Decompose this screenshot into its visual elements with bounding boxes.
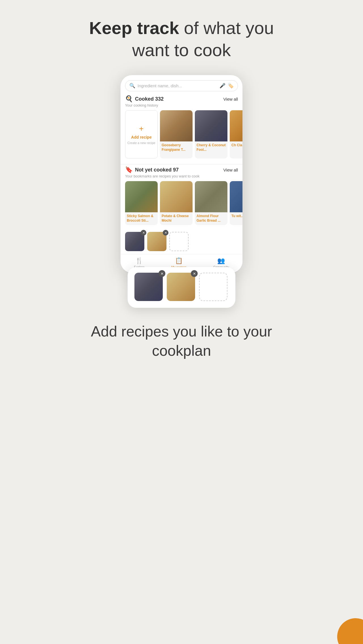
bookmark-icon: 🔖 bbox=[125, 166, 133, 173]
cooked-subtitle: Your cooking history bbox=[121, 103, 242, 107]
list-item[interactable]: Cherry & Coconut Fool... bbox=[195, 110, 227, 158]
recipe-image bbox=[195, 110, 227, 141]
cookplan-popup-close-1[interactable]: ✕ bbox=[159, 270, 165, 277]
bookmarks-subtitle: Your bookmarks are recipes you want to c… bbox=[121, 174, 242, 178]
cooked-icon: 🍳 bbox=[125, 95, 133, 103]
bottom-text: Add recipes you like to your cookplan bbox=[91, 322, 272, 360]
bookmarks-section: 🔖 Not yet cooked 97 View all Your bookma… bbox=[121, 166, 242, 229]
recipe-name: Cherry & Coconut Fool... bbox=[195, 141, 227, 154]
list-item[interactable]: Tu wit... bbox=[230, 181, 242, 225]
cookplan-thumb-empty bbox=[169, 232, 189, 251]
explore-icon: 🍴 bbox=[135, 257, 143, 264]
add-recipe-card[interactable]: + Add recipe Create a new recipe bbox=[125, 110, 158, 158]
search-icon: 🔍 bbox=[129, 83, 135, 89]
recipe-name: Almond Flour Garlic Bread ... bbox=[195, 212, 227, 225]
add-recipe-label: Add recipe bbox=[131, 135, 151, 139]
cookplan-popup-close-2[interactable]: ✕ bbox=[191, 270, 198, 277]
bookmarks-title: Not yet cooked 97 bbox=[135, 167, 179, 173]
cooked-view-all[interactable]: View all bbox=[223, 97, 238, 101]
cooked-header: 🍳 Cooked 332 View all bbox=[121, 95, 242, 103]
search-bar[interactable]: 🔍 Ingredient name, dish... 🎤 🏷️ bbox=[125, 80, 238, 91]
recipe-image bbox=[160, 181, 193, 212]
cookplan-popup-thumb-2[interactable]: ✕ bbox=[167, 273, 195, 301]
list-item[interactable]: Ch Cla... bbox=[230, 110, 242, 158]
cookplan-inline-row: ✕ ✕ bbox=[121, 229, 242, 254]
cookplan-popup-empty bbox=[199, 273, 227, 301]
mic-icon[interactable]: 🎤 bbox=[220, 83, 225, 89]
recipe-image bbox=[230, 110, 242, 141]
plus-icon: + bbox=[139, 124, 143, 133]
orange-decoration bbox=[337, 618, 363, 644]
community-icon: 👥 bbox=[217, 257, 225, 264]
tag-icon[interactable]: 🏷️ bbox=[228, 83, 234, 89]
cooked-recipes-row: + Add recipe Create a new recipe Goosebe… bbox=[121, 110, 242, 158]
divider bbox=[121, 164, 242, 164]
recipe-image bbox=[230, 181, 242, 212]
list-item[interactable]: Sticky Salmon & Broccoli Sti... bbox=[125, 181, 158, 225]
phone-mockup: 🔍 Ingredient name, dish... 🎤 🏷️ 🍳 Cooked… bbox=[121, 75, 242, 273]
recipe-image bbox=[195, 181, 227, 212]
bookmarks-view-all[interactable]: View all bbox=[223, 168, 238, 172]
recipe-image bbox=[125, 181, 158, 212]
recipe-image bbox=[160, 110, 193, 141]
cookplan-thumb-close-2[interactable]: ✕ bbox=[163, 230, 168, 236]
recipe-name: Tu wit... bbox=[230, 212, 242, 221]
hero-title: Keep track of what you want to cook bbox=[82, 17, 281, 61]
my-recipes-icon: 📋 bbox=[175, 257, 183, 264]
cookplan-thumb-2[interactable]: ✕ bbox=[147, 232, 166, 251]
search-placeholder: Ingredient name, dish... bbox=[138, 83, 217, 88]
cooked-section: 🍳 Cooked 332 View all Your cooking histo… bbox=[121, 95, 242, 162]
cookplan-popup-image-2 bbox=[167, 273, 195, 301]
bookmarks-recipes-row: Sticky Salmon & Broccoli Sti... Potato &… bbox=[121, 181, 242, 225]
bookmarks-header: 🔖 Not yet cooked 97 View all bbox=[121, 166, 242, 173]
bookmarks-title-group: 🔖 Not yet cooked 97 bbox=[125, 166, 179, 173]
recipe-name: Ch Cla... bbox=[230, 141, 242, 150]
cookplan-popup-image-1 bbox=[134, 273, 163, 301]
list-item[interactable]: Gooseberry Frangipane T... bbox=[160, 110, 193, 158]
add-recipe-sublabel: Create a new recipe bbox=[127, 141, 155, 145]
recipe-name: Potato & Cheese Mochi bbox=[160, 212, 193, 225]
phone-screen: 🔍 Ingredient name, dish... 🎤 🏷️ 🍳 Cooked… bbox=[121, 75, 242, 273]
list-item[interactable]: Almond Flour Garlic Bread ... bbox=[195, 181, 227, 225]
cooked-title: Cooked 332 bbox=[135, 96, 164, 102]
cookplan-popup: ✕ ✕ bbox=[128, 267, 235, 308]
cookplan-thumb-close-1[interactable]: ✕ bbox=[141, 230, 146, 236]
list-item[interactable]: Potato & Cheese Mochi bbox=[160, 181, 193, 225]
cookplan-popup-thumb-1[interactable]: ✕ bbox=[134, 273, 163, 301]
cookplan-thumb-1[interactable]: ✕ bbox=[125, 232, 144, 251]
cooked-title-group: 🍳 Cooked 332 bbox=[125, 95, 164, 103]
recipe-name: Gooseberry Frangipane T... bbox=[160, 141, 193, 154]
recipe-name: Sticky Salmon & Broccoli Sti... bbox=[125, 212, 158, 225]
